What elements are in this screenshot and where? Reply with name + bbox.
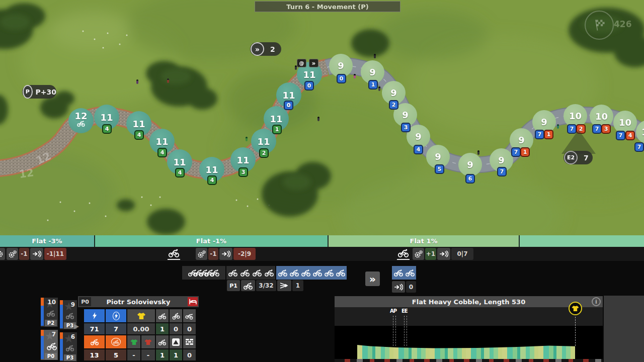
spectator (136, 79, 138, 84)
rider-group[interactable] (226, 266, 275, 280)
space-move-cost: 10 (595, 111, 608, 122)
space-move-cost: 10 (619, 117, 631, 128)
modifier-chip: -1 (19, 248, 29, 260)
space-badge: 3 (401, 123, 411, 132)
auto-button[interactable]: @ (297, 59, 306, 67)
info-button[interactable]: i (592, 297, 601, 306)
card-number: 9 (71, 301, 75, 308)
p-marker-icon: P (23, 85, 33, 99)
space-move-cost: 11 (205, 164, 218, 175)
space-badge: 7 (511, 147, 521, 157)
space-badge: 1 (544, 130, 553, 139)
terrain-segment: Flat 1% (329, 235, 520, 247)
green-jersey-icon (127, 335, 140, 348)
road-ghost-number: 12 (18, 166, 34, 180)
road-space[interactable]: 9 (458, 153, 482, 176)
space-badge: 4 (134, 130, 144, 140)
player-chip[interactable]: P1 (227, 280, 240, 291)
space-move-cost: 9 (402, 110, 409, 120)
map-viewport[interactable]: 12 12 12 11 11 11 11 11 11 11 11 11 11 9… (0, 0, 644, 247)
space-badge: 6 (465, 174, 475, 184)
rider-mode-icon[interactable] (168, 248, 180, 260)
p-marker-pill[interactable]: P P+30 (22, 85, 56, 99)
marker-ee-label: EE (401, 308, 408, 314)
rider-group-selected[interactable] (276, 266, 347, 280)
space-move-cost: 11 (173, 157, 186, 167)
rider-group-peloton[interactable] (182, 266, 225, 280)
flat-bike-icon (156, 309, 169, 322)
gear-button[interactable] (413, 248, 424, 260)
breakaway-bike-icon (156, 335, 169, 348)
side-panel-filler (604, 296, 644, 362)
space-move-cost: 11 (155, 136, 168, 147)
stat-value: 0.00 (127, 323, 155, 334)
space-move-cost: 9 (518, 135, 525, 145)
road-space[interactable]: 12 (68, 108, 94, 133)
space-badge: 7 (634, 142, 644, 152)
space-badge: 0 (284, 101, 293, 110)
spectator (477, 150, 479, 155)
apply-move-button[interactable] (392, 281, 405, 293)
energy-regen-icon (106, 309, 126, 322)
rider-select-button[interactable] (241, 280, 255, 291)
space-move-cost: 11 (132, 119, 145, 129)
fast-forward-mini-button[interactable]: » (309, 59, 318, 67)
space-badge: 2 (259, 148, 269, 158)
e2-marker-pill[interactable]: E2 7 (564, 151, 593, 164)
space-move-cost: 12 (74, 111, 87, 121)
rider-group-selected[interactable] (392, 266, 416, 280)
gear-button[interactable] (0, 248, 5, 260)
player-id-chip: P0 (79, 297, 91, 306)
climb-bike-icon (170, 309, 182, 322)
game-screen: 12 12 12 11 11 11 11 11 11 11 11 11 11 9… (0, 0, 644, 362)
rider-name: Piotr Solovievsky (93, 296, 184, 307)
energy-bar (60, 332, 63, 361)
e2-marker-value: 7 (584, 154, 589, 162)
gear-button[interactable] (7, 248, 18, 260)
rider-card[interactable]: ★ 6 P3 (60, 332, 77, 361)
e2-marker-icon: E2 (564, 151, 578, 164)
terrain-segment: Flat -3% (0, 235, 95, 247)
rider-mode-icon[interactable] (397, 248, 410, 260)
marker-line (404, 316, 405, 346)
turn-banner: Turn 6 - Movement (P) (255, 1, 400, 12)
space-badge: 4 (414, 145, 423, 154)
space-move-cost: 11 (236, 155, 249, 165)
space-badge: 0 (304, 81, 314, 90)
space-move-cost: 9 (435, 151, 441, 162)
space-badge: 1 (520, 147, 530, 157)
terrain-segment: Flat -1% (95, 235, 329, 247)
gear-button[interactable] (196, 248, 207, 260)
apply-move-button[interactable] (30, 248, 43, 260)
rider-card-selected[interactable]: ★ 7 P0 (41, 330, 58, 360)
apply-move-button[interactable] (219, 248, 232, 260)
lane-count-chip: 1 (292, 280, 303, 291)
terrain-segment (520, 235, 644, 247)
bike-icon (46, 342, 57, 350)
skip-marker-value: 2 (270, 45, 275, 53)
space-move-cost: 11 (270, 114, 282, 124)
marker-line (407, 316, 407, 346)
space-move-cost: 9 (390, 87, 397, 98)
rider-token-icon (76, 120, 86, 127)
rest-button[interactable] (188, 297, 198, 306)
terrain-label: Flat -3% (32, 237, 62, 245)
apply-move-button[interactable] (437, 248, 450, 260)
bike-icon (46, 310, 55, 317)
space-badge: 4 (102, 124, 112, 134)
merge-button[interactable] (277, 280, 291, 291)
rider-card[interactable]: ★ 10 P2 (41, 298, 58, 327)
stat-value: 71 (84, 323, 105, 334)
move-result-chip: -1|11 (44, 248, 66, 260)
profile-marker-strip (335, 307, 603, 326)
cobble-sector-strip (335, 359, 603, 362)
space-move-cost: 9 (338, 60, 344, 71)
spectator (354, 74, 356, 78)
skip-marker-pill[interactable]: » 2 (250, 42, 281, 56)
energy-bar (41, 298, 44, 327)
card-number: 6 (71, 333, 75, 340)
fast-forward-button[interactable]: » (365, 272, 380, 286)
sprint-regen-icon (106, 335, 126, 348)
terrain-label: Flat -1% (196, 237, 226, 245)
red-jersey-icon (141, 335, 155, 348)
